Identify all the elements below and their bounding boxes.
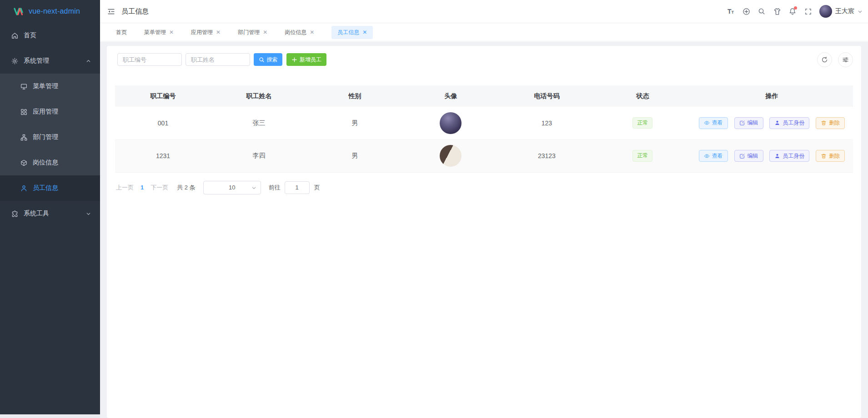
- employee-table: 职工编号 职工姓名 性别 头像 电话号码 状态 操作 001 张三 男: [115, 85, 853, 173]
- next-page-button[interactable]: 下一页: [151, 184, 168, 192]
- search-icon[interactable]: [754, 0, 769, 23]
- chevron-down-icon: [251, 185, 256, 190]
- view-button[interactable]: 查看: [699, 117, 728, 129]
- home-icon: [11, 32, 18, 39]
- col-name: 职工姓名: [211, 85, 307, 107]
- edit-icon: [739, 120, 745, 126]
- trash-icon: [821, 153, 827, 159]
- edit-button[interactable]: 编辑: [734, 117, 763, 129]
- cell-name: 李四: [211, 139, 307, 172]
- goto-page-input[interactable]: [285, 181, 310, 194]
- caret-down-icon: [858, 9, 863, 14]
- horizontal-scrollbar[interactable]: [0, 414, 100, 418]
- employee-identity-button[interactable]: 员工身份: [769, 150, 809, 162]
- language-icon[interactable]: [738, 0, 754, 23]
- user-menu[interactable]: 王大宸: [819, 5, 863, 18]
- sidebar-item-app-management[interactable]: 应用管理: [0, 99, 100, 124]
- user-name: 王大宸: [835, 7, 854, 15]
- add-employee-button[interactable]: 新增员工: [286, 53, 326, 66]
- view-label: 查看: [712, 152, 723, 160]
- search-button[interactable]: 搜索: [254, 53, 282, 66]
- sidebar-item-label: 菜单管理: [33, 82, 58, 90]
- close-icon[interactable]: ✕: [362, 30, 367, 35]
- sidebar-item-system-management[interactable]: 系统管理: [0, 48, 100, 74]
- delete-label: 删除: [829, 119, 840, 127]
- col-gender: 性别: [307, 85, 403, 107]
- eye-icon: [704, 153, 710, 159]
- tab-label: 岗位信息: [285, 29, 306, 36]
- toolbar: 搜索 新增员工: [115, 53, 853, 66]
- logo[interactable]: vue-next-admin: [0, 0, 100, 23]
- sidebar: vue-next-admin 首页 系统管理: [0, 0, 100, 418]
- avatar: [819, 5, 832, 18]
- employee-identity-label: 员工身份: [783, 152, 804, 160]
- sidebar-item-menu-management[interactable]: 菜单管理: [0, 74, 100, 99]
- top-header: 员工信息 TT 王大宸: [100, 0, 868, 23]
- table-header: 职工编号 职工姓名 性别 头像 电话号码 状态 操作: [115, 85, 853, 107]
- cell-actions: 查看 编辑 员工身份: [691, 107, 853, 139]
- view-label: 查看: [712, 119, 723, 127]
- edit-button[interactable]: 编辑: [734, 150, 763, 162]
- sidebar-item-post-info[interactable]: 岗位信息: [0, 150, 100, 175]
- tab-department-management[interactable]: 部门管理 ✕: [238, 26, 267, 39]
- fullscreen-icon[interactable]: [800, 0, 816, 23]
- font-size-icon[interactable]: TT: [723, 0, 738, 23]
- employee-identity-button[interactable]: 员工身份: [769, 117, 809, 129]
- cube-icon: [20, 159, 27, 166]
- search-icon: [259, 57, 265, 63]
- tab-employee-info[interactable]: 员工信息 ✕: [331, 26, 373, 39]
- prev-page-button[interactable]: 上一页: [116, 184, 134, 192]
- plus-icon: [291, 57, 297, 63]
- sidebar-item-home[interactable]: 首页: [0, 23, 100, 48]
- sidebar-item-label: 岗位信息: [33, 159, 58, 167]
- gear-icon: [11, 58, 18, 65]
- theme-icon[interactable]: [769, 0, 785, 23]
- tab-menu-management[interactable]: 菜单管理 ✕: [144, 26, 174, 39]
- view-button[interactable]: 查看: [699, 150, 728, 162]
- close-icon[interactable]: ✕: [263, 30, 267, 35]
- emp-name-input[interactable]: [186, 53, 250, 66]
- close-icon[interactable]: ✕: [310, 30, 314, 35]
- sidebar-item-label: 系统工具: [24, 209, 49, 218]
- bell-icon[interactable]: [785, 0, 800, 23]
- pagination: 上一页 1 下一页 共 2 条 10 前往 页: [115, 181, 853, 194]
- page-number[interactable]: 1: [140, 184, 144, 191]
- tab-label: 部门管理: [238, 29, 260, 36]
- status-badge: 正常: [632, 117, 652, 129]
- app-root: vue-next-admin 首页 系统管理: [0, 0, 868, 418]
- goto-label: 前往: [269, 184, 281, 192]
- page-size-value: 10: [229, 184, 235, 191]
- status-badge: 正常: [632, 150, 652, 161]
- refresh-icon: [821, 56, 828, 63]
- table-row: 001 张三 男 123 正常 查看: [115, 107, 853, 139]
- eye-icon: [704, 120, 710, 126]
- tab-label: 菜单管理: [144, 29, 166, 36]
- org-chart-icon: [20, 134, 27, 141]
- employee-identity-label: 员工身份: [783, 119, 804, 127]
- emp-no-input[interactable]: [117, 53, 182, 66]
- tab-label: 首页: [116, 29, 127, 36]
- sidebar-collapse-icon[interactable]: [107, 8, 115, 15]
- cell-phone: 23123: [499, 139, 595, 172]
- delete-button[interactable]: 删除: [816, 150, 845, 162]
- tab-label: 员工信息: [337, 29, 359, 36]
- tabbar: 首页 菜单管理 ✕ 应用管理 ✕ 部门管理 ✕ 岗位信息 ✕ 员工信息 ✕: [100, 24, 868, 41]
- sidebar-item-employee-info[interactable]: 员工信息: [0, 175, 100, 201]
- refresh-button[interactable]: [817, 52, 832, 67]
- sliders-icon: [842, 56, 849, 63]
- content-card: 搜索 新增员工: [107, 46, 861, 418]
- close-icon[interactable]: ✕: [216, 30, 221, 35]
- chevron-down-icon: [86, 211, 91, 216]
- close-icon[interactable]: ✕: [169, 30, 174, 35]
- sidebar-item-label: 应用管理: [33, 108, 58, 116]
- sidebar-item-label: 员工信息: [33, 184, 58, 192]
- delete-button[interactable]: 删除: [816, 117, 845, 129]
- tab-post-info[interactable]: 岗位信息 ✕: [285, 26, 314, 39]
- tab-home[interactable]: 首页: [116, 26, 127, 39]
- column-settings-button[interactable]: [838, 52, 853, 67]
- sidebar-item-department-management[interactable]: 部门管理: [0, 124, 100, 150]
- sidebar-item-system-tools[interactable]: 系统工具: [0, 201, 100, 226]
- cell-name: 张三: [211, 107, 307, 139]
- tab-app-management[interactable]: 应用管理 ✕: [191, 26, 221, 39]
- page-size-select[interactable]: 10: [203, 181, 261, 194]
